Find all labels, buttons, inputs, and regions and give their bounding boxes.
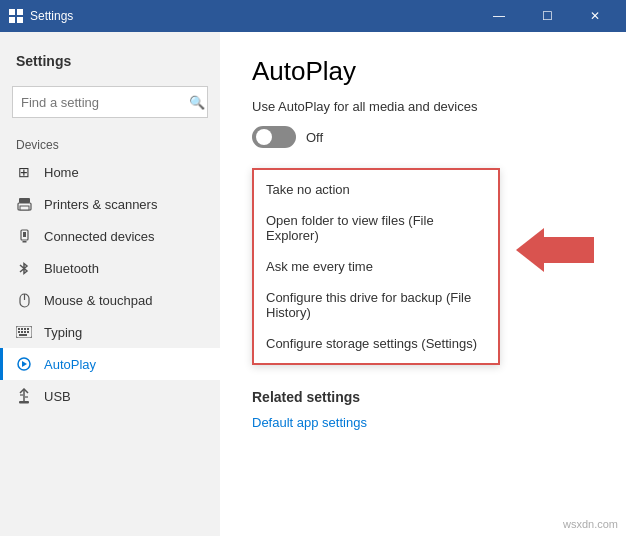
svg-rect-21 <box>27 331 29 333</box>
svg-rect-6 <box>20 206 29 210</box>
printer-icon <box>16 196 32 212</box>
dropdown-container: Take no action Open folder to view files… <box>252 168 594 365</box>
arrow-head <box>516 228 544 272</box>
related-settings: Related settings Default app settings <box>252 389 594 431</box>
toggle-knob <box>256 129 272 145</box>
sidebar-item-connected[interactable]: Connected devices <box>0 220 220 252</box>
sidebar-item-label: USB <box>44 389 71 404</box>
default-app-settings-link[interactable]: Default app settings <box>252 415 367 430</box>
svg-rect-1 <box>17 9 23 15</box>
svg-rect-9 <box>23 232 26 237</box>
sidebar-item-mouse[interactable]: Mouse & touchpad <box>0 284 220 316</box>
mouse-icon <box>16 292 32 308</box>
sidebar-item-home[interactable]: ⊞ Home <box>0 156 220 188</box>
sidebar-item-typing[interactable]: Typing <box>0 316 220 348</box>
svg-rect-0 <box>9 9 15 15</box>
bluetooth-icon <box>16 260 32 276</box>
svg-rect-4 <box>19 198 30 203</box>
titlebar-icon <box>8 8 24 24</box>
search-input[interactable] <box>21 95 189 110</box>
close-button[interactable]: ✕ <box>572 0 618 32</box>
titlebar-controls: — ☐ ✕ <box>476 0 618 32</box>
home-icon: ⊞ <box>16 164 32 180</box>
svg-rect-17 <box>27 328 29 330</box>
dropdown-item-2[interactable]: Ask me every time <box>254 251 498 282</box>
arrow-body <box>544 237 594 263</box>
dropdown-box: Take no action Open folder to view files… <box>252 168 500 365</box>
svg-rect-25 <box>19 401 29 404</box>
sidebar-item-printers[interactable]: Printers & scanners <box>0 188 220 220</box>
svg-rect-16 <box>24 328 26 330</box>
sidebar-item-label: Typing <box>44 325 82 340</box>
sidebar-item-label: Home <box>44 165 79 180</box>
svg-rect-10 <box>22 241 26 243</box>
sidebar-item-bluetooth[interactable]: Bluetooth <box>0 252 220 284</box>
autoplay-toggle[interactable] <box>252 126 296 148</box>
svg-rect-20 <box>24 331 26 333</box>
dropdown-item-3[interactable]: Configure this drive for backup (File Hi… <box>254 282 498 328</box>
sidebar-item-usb[interactable]: USB <box>0 380 220 412</box>
sidebar-item-label: Mouse & touchpad <box>44 293 152 308</box>
sidebar-item-label: Connected devices <box>44 229 155 244</box>
app-body: Settings 🔍 Devices ⊞ Home Printers & sca… <box>0 32 626 536</box>
minimize-button[interactable]: — <box>476 0 522 32</box>
search-icon: 🔍 <box>189 95 205 110</box>
dropdown-item-0[interactable]: Take no action <box>254 174 498 205</box>
typing-icon <box>16 324 32 340</box>
sidebar-item-autoplay[interactable]: AutoPlay <box>0 348 220 380</box>
search-box[interactable]: 🔍 <box>12 86 208 118</box>
sidebar-header-title: Settings <box>16 53 71 69</box>
toggle-label: Off <box>306 130 323 145</box>
svg-rect-14 <box>18 328 20 330</box>
sidebar-header: Settings <box>0 32 220 78</box>
sidebar-section-label: Devices <box>0 130 220 156</box>
sidebar-item-label: Printers & scanners <box>44 197 157 212</box>
dropdown-item-1[interactable]: Open folder to view files (File Explorer… <box>254 205 498 251</box>
watermark: wsxdn.com <box>563 518 618 530</box>
usb-icon <box>16 388 32 404</box>
red-arrow <box>516 228 594 272</box>
maximize-button[interactable]: ☐ <box>524 0 570 32</box>
titlebar-title: Settings <box>30 9 476 23</box>
autoplay-icon <box>16 356 32 372</box>
page-title: AutoPlay <box>252 56 594 87</box>
titlebar: Settings — ☐ ✕ <box>0 0 626 32</box>
svg-rect-15 <box>21 328 23 330</box>
connected-icon <box>16 228 32 244</box>
main-content: AutoPlay Use AutoPlay for all media and … <box>220 32 626 536</box>
toggle-row: Off <box>252 126 594 148</box>
dropdown-item-4[interactable]: Configure storage settings (Settings) <box>254 328 498 359</box>
sidebar-item-label: Bluetooth <box>44 261 99 276</box>
autoplay-description: Use AutoPlay for all media and devices <box>252 99 594 114</box>
svg-rect-19 <box>21 331 23 333</box>
related-settings-title: Related settings <box>252 389 594 405</box>
sidebar-item-label: AutoPlay <box>44 357 96 372</box>
svg-rect-18 <box>18 331 20 333</box>
svg-rect-22 <box>19 334 27 336</box>
svg-rect-3 <box>17 17 23 23</box>
sidebar: Settings 🔍 Devices ⊞ Home Printers & sca… <box>0 32 220 536</box>
svg-rect-2 <box>9 17 15 23</box>
